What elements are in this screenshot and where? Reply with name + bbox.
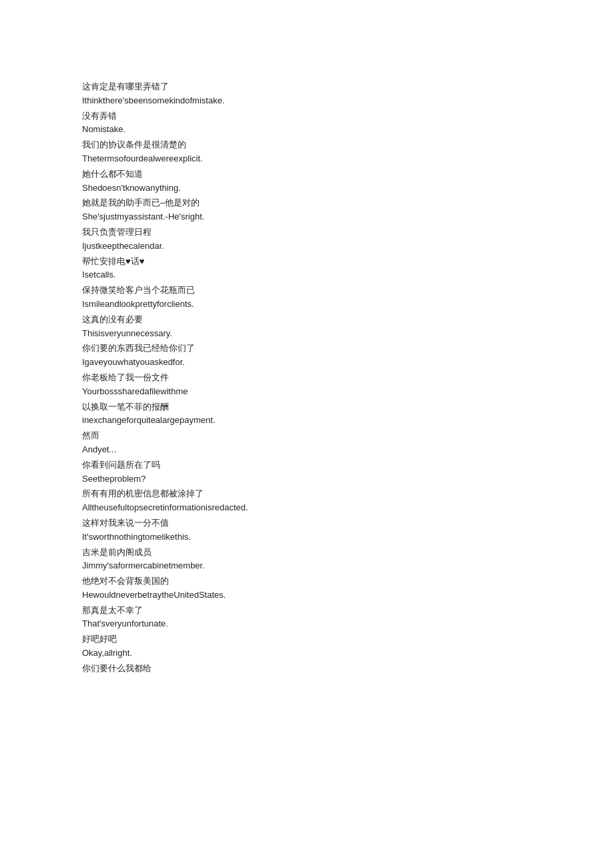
chinese-line-l2: 没有弄错 bbox=[82, 109, 532, 123]
dialogue-block-l1: 这肯定是有哪里弄错了Ithinkthere'sbeensomekindofmis… bbox=[82, 80, 532, 108]
dialogue-block-l13: 然而Andyet... bbox=[82, 429, 532, 457]
dialogue-block-l10: 你们要的东西我已经给你们了Igaveyouwhatyouaskedfor. bbox=[82, 342, 532, 370]
main-content: 这肯定是有哪里弄错了Ithinkthere'sbeensomekindofmis… bbox=[82, 80, 532, 676]
english-line-l16: It'sworthnothingtomelikethis. bbox=[82, 530, 532, 544]
chinese-line-l21: 你们要什么我都给 bbox=[82, 662, 532, 676]
chinese-line-l6: 我只负责管理日程 bbox=[82, 226, 532, 240]
english-line-l11: Yourbosssharedafilewithme bbox=[82, 385, 532, 399]
chinese-line-l18: 他绝对不会背叛美国的 bbox=[82, 574, 532, 588]
english-line-l3: Thetermsofourdealwereexplicit. bbox=[82, 152, 532, 166]
dialogue-block-l12: 以换取一笔不菲的报酬inexchangeforquitealargepaymen… bbox=[82, 400, 532, 428]
english-line-l6: Ijustkeepthecalendar. bbox=[82, 240, 532, 254]
chinese-line-l7: 帮忙安排电♥话♥ bbox=[82, 255, 532, 269]
dialogue-block-l8: 保持微笑给客户当个花瓶而已Ismileandlookprettyforclien… bbox=[82, 284, 532, 312]
english-line-l20: Okay,allright. bbox=[82, 646, 532, 661]
chinese-line-l8: 保持微笑给客户当个花瓶而已 bbox=[82, 284, 532, 298]
dialogue-block-l4: 她什么都不知道Shedoesn'tknowanything. bbox=[82, 167, 532, 195]
chinese-line-l5: 她就是我的助手而已–他是对的 bbox=[82, 196, 532, 210]
dialogue-block-l5: 她就是我的助手而已–他是对的She'sjustmyassistant.-He's… bbox=[82, 196, 532, 224]
chinese-line-l19: 那真是太不幸了 bbox=[82, 604, 532, 618]
chinese-line-l9: 这真的没有必要 bbox=[82, 313, 532, 327]
chinese-line-l4: 她什么都不知道 bbox=[82, 167, 532, 181]
chinese-line-l13: 然而 bbox=[82, 429, 532, 443]
dialogue-block-l15: 所有有用的机密信息都被涂掉了Alltheusefultopsecretinfor… bbox=[82, 487, 532, 515]
chinese-line-l11: 你老板给了我一份文件 bbox=[82, 371, 532, 385]
dialogue-block-l14: 你看到问题所在了吗Seetheproblem? bbox=[82, 458, 532, 486]
dialogue-block-l2: 没有弄错Nomistake. bbox=[82, 109, 532, 137]
dialogue-block-l19: 那真是太不幸了That'sveryunfortunate. bbox=[82, 604, 532, 632]
english-line-l5: She'sjustmyassistant.-He'sright. bbox=[82, 210, 532, 224]
english-line-l12: inexchangeforquitealargepayment. bbox=[82, 414, 532, 428]
dialogue-block-l7: 帮忙安排电♥话♥Isetcalls. bbox=[82, 255, 532, 283]
dialogue-block-l17: 吉米是前内阁成员Jimmy'saformercabinetmember. bbox=[82, 546, 532, 574]
chinese-line-l20: 好吧好吧 bbox=[82, 632, 532, 646]
english-line-l18: HewouldneverbetraytheUnitedStates. bbox=[82, 588, 532, 602]
chinese-line-l16: 这样对我来说一分不值 bbox=[82, 516, 532, 530]
english-line-l1: Ithinkthere'sbeensomekindofmistake. bbox=[82, 94, 532, 108]
english-line-l2: Nomistake. bbox=[82, 123, 532, 137]
english-line-l7: Isetcalls. bbox=[82, 268, 532, 282]
english-line-l15: Alltheusefultopsecretinformationisredact… bbox=[82, 501, 532, 515]
dialogue-block-l6: 我只负责管理日程Ijustkeepthecalendar. bbox=[82, 226, 532, 254]
chinese-line-l12: 以换取一笔不菲的报酬 bbox=[82, 400, 532, 414]
dialogue-block-l9: 这真的没有必要Thisisveryunnecessary. bbox=[82, 313, 532, 341]
dialogue-block-l16: 这样对我来说一分不值It'sworthnothingtomelikethis. bbox=[82, 516, 532, 544]
dialogue-block-l18: 他绝对不会背叛美国的HewouldneverbetraytheUnitedSta… bbox=[82, 574, 532, 602]
chinese-line-l14: 你看到问题所在了吗 bbox=[82, 458, 532, 472]
english-line-l19: That'sveryunfortunate. bbox=[82, 617, 532, 631]
chinese-line-l10: 你们要的东西我已经给你们了 bbox=[82, 342, 532, 356]
dialogue-block-l11: 你老板给了我一份文件Yourbosssharedafilewithme bbox=[82, 371, 532, 399]
chinese-line-l15: 所有有用的机密信息都被涂掉了 bbox=[82, 487, 532, 501]
chinese-line-l3: 我们的协议条件是很清楚的 bbox=[82, 138, 532, 152]
english-line-l9: Thisisveryunnecessary. bbox=[82, 327, 532, 341]
english-line-l14: Seetheproblem? bbox=[82, 472, 532, 486]
dialogue-block-l21: 你们要什么我都给 bbox=[82, 662, 532, 676]
chinese-line-l1: 这肯定是有哪里弄错了 bbox=[82, 80, 532, 94]
chinese-line-l17: 吉米是前内阁成员 bbox=[82, 546, 532, 560]
english-line-l13: Andyet... bbox=[82, 443, 532, 457]
dialogue-block-l3: 我们的协议条件是很清楚的Thetermsofourdealwereexplici… bbox=[82, 138, 532, 166]
english-line-l10: Igaveyouwhatyouaskedfor. bbox=[82, 356, 532, 370]
english-line-l17: Jimmy'saformercabinetmember. bbox=[82, 559, 532, 573]
english-line-l4: Shedoesn'tknowanything. bbox=[82, 181, 532, 195]
english-line-l8: Ismileandlookprettyforclients. bbox=[82, 298, 532, 312]
dialogue-block-l20: 好吧好吧Okay,allright. bbox=[82, 632, 532, 661]
